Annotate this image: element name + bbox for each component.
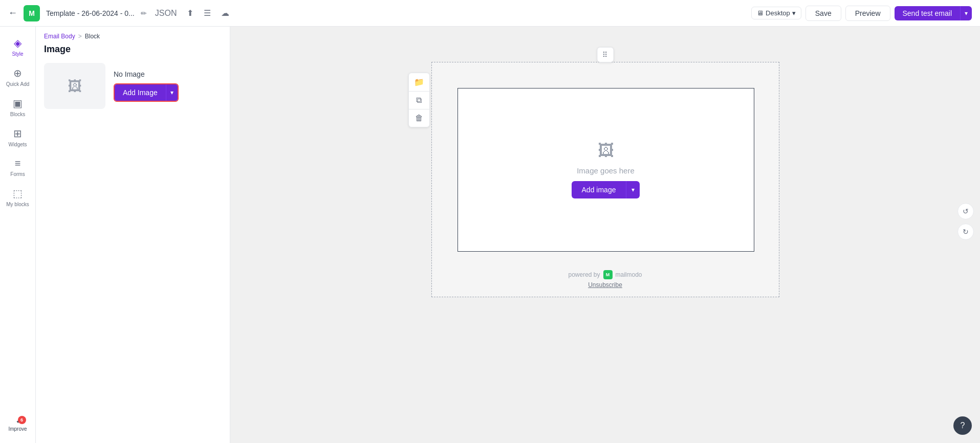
image-block-inner: 🖼 Image goes here Add image ▾: [561, 110, 650, 229]
send-test-button[interactable]: Send test email: [895, 6, 961, 20]
canvas-wrapper: ⠿ 📁 ⧉ 🗑 🖼 Image goes here: [431, 47, 779, 297]
json-button[interactable]: JSON: [153, 7, 179, 20]
share-button[interactable]: ⬆: [185, 6, 195, 20]
sidebar-bottom: 6 ✦ Improve: [0, 416, 35, 443]
template-name: Template - 26-06-2024 - 0...: [46, 9, 135, 17]
app-logo: M: [24, 5, 40, 21]
widgets-icon: ⊞: [13, 127, 22, 140]
cloud-save-button[interactable]: ☁: [219, 6, 231, 20]
properties-panel: Email Body > Block Image 🖼 No Image Add …: [36, 27, 230, 443]
brand-logo: M: [603, 270, 613, 279]
improve-button[interactable]: 6 ✦ Improve: [5, 416, 30, 435]
breadcrumb-separator: >: [78, 33, 82, 40]
template-icon-button[interactable]: ☰: [202, 6, 213, 20]
block-drag-handle[interactable]: ⠿: [597, 48, 613, 62]
sidebar-item-widgets-label: Widgets: [8, 142, 27, 147]
icon-sidebar: ◈ Style ⊕ Quick Add ▣ Blocks ⊞ Widgets ≡…: [0, 27, 36, 443]
folder-action-button[interactable]: 📁: [409, 73, 429, 91]
delete-action-button[interactable]: 🗑: [409, 109, 429, 127]
block-container: 🖼 Image goes here Add image ▾: [432, 88, 779, 262]
add-image-canvas-button[interactable]: Add image: [572, 181, 626, 198]
image-controls: No Image Add Image ▾: [114, 70, 179, 102]
no-image-label: No Image: [114, 70, 179, 78]
email-footer: powered by M mailmodo Unsubscribe: [432, 262, 779, 297]
sidebar-item-blocks[interactable]: ▣ Blocks: [3, 93, 33, 121]
add-image-caret-button[interactable]: ▾: [166, 84, 178, 101]
topbar: ← M Template - 26-06-2024 - 0... ✏ JSON …: [0, 0, 980, 27]
panel-title: Image: [36, 42, 230, 63]
sidebar-item-blocks-label: Blocks: [10, 112, 25, 117]
topbar-left: ← M Template - 26-06-2024 - 0... ✏ JSON …: [8, 5, 745, 21]
block-toolbar: ⠿: [597, 47, 614, 62]
sidebar-item-quick-add-label: Quick Add: [6, 81, 30, 87]
copy-action-button[interactable]: ⧉: [409, 91, 429, 109]
quick-add-icon: ⊕: [13, 67, 22, 79]
image-placeholder-icon: 🖼: [68, 78, 82, 95]
sidebar-item-style-label: Style: [12, 51, 23, 57]
image-block: 🖼 Image goes here Add image ▾: [458, 88, 754, 252]
image-placeholder-box: 🖼: [44, 63, 105, 109]
blocks-icon: ▣: [13, 97, 23, 109]
right-edge-controls: ↺ ↻: [957, 203, 974, 240]
powered-by-label: powered by: [568, 271, 600, 278]
breadcrumb-block: Block: [85, 33, 100, 40]
sidebar-item-forms[interactable]: ≡ Forms: [3, 153, 33, 181]
image-preview-section: 🖼 No Image Add Image ▾: [36, 63, 230, 117]
breadcrumb-email-body[interactable]: Email Body: [44, 33, 75, 40]
chevron-down-icon: ▾: [792, 9, 796, 17]
save-button[interactable]: Save: [805, 6, 841, 21]
sidebar-item-my-blocks-label: My blocks: [6, 202, 29, 207]
brand-name: mailmodo: [616, 271, 642, 278]
help-button[interactable]: ?: [953, 416, 972, 435]
desktop-label: Desktop: [766, 9, 790, 17]
topbar-actions: 🖥 Desktop ▾ Save Preview Send test email…: [751, 6, 972, 21]
side-action-bar: 📁 ⧉ 🗑: [408, 73, 430, 127]
sidebar-item-my-blocks[interactable]: ⬚ My blocks: [3, 183, 33, 211]
add-image-button[interactable]: Add Image: [115, 84, 166, 101]
back-button[interactable]: ←: [8, 8, 17, 18]
improve-badge: 6: [18, 416, 26, 424]
monitor-icon: 🖥: [757, 9, 764, 17]
canvas-area: ⠿ 📁 ⧉ 🗑 🖼 Image goes here: [230, 27, 980, 443]
undo-button[interactable]: ↺: [957, 203, 974, 219]
my-blocks-icon: ⬚: [13, 187, 23, 200]
sidebar-item-style[interactable]: ◈ Style: [3, 33, 33, 61]
preview-button[interactable]: Preview: [845, 6, 890, 21]
image-block-placeholder-text: Image goes here: [577, 166, 635, 175]
forms-icon: ≡: [15, 158, 21, 169]
breadcrumb: Email Body > Block: [36, 27, 230, 42]
improve-label: Improve: [8, 426, 27, 432]
main-layout: ◈ Style ⊕ Quick Add ▣ Blocks ⊞ Widgets ≡…: [0, 27, 980, 443]
unsubscribe-link[interactable]: Unsubscribe: [588, 281, 622, 289]
sidebar-item-quick-add[interactable]: ⊕ Quick Add: [3, 63, 33, 91]
redo-button[interactable]: ↻: [957, 224, 974, 240]
sidebar-item-forms-label: Forms: [10, 171, 25, 177]
powered-by: powered by M mailmodo: [440, 270, 771, 279]
desktop-selector[interactable]: 🖥 Desktop ▾: [751, 7, 801, 19]
edit-name-button[interactable]: ✏: [141, 9, 147, 17]
add-image-canvas-button-group: Add image ▾: [572, 181, 640, 198]
sidebar-item-widgets[interactable]: ⊞ Widgets: [3, 123, 33, 151]
add-image-canvas-caret-button[interactable]: ▾: [626, 181, 640, 198]
email-canvas: 📁 ⧉ 🗑 🖼 Image goes here Add image ▾: [431, 62, 779, 297]
image-block-placeholder-icon: 🖼: [598, 141, 614, 160]
send-test-button-group: Send test email ▾: [895, 6, 972, 20]
send-test-caret-button[interactable]: ▾: [960, 6, 972, 20]
style-icon: ◈: [14, 37, 21, 49]
add-image-button-group: Add Image ▾: [114, 83, 179, 102]
